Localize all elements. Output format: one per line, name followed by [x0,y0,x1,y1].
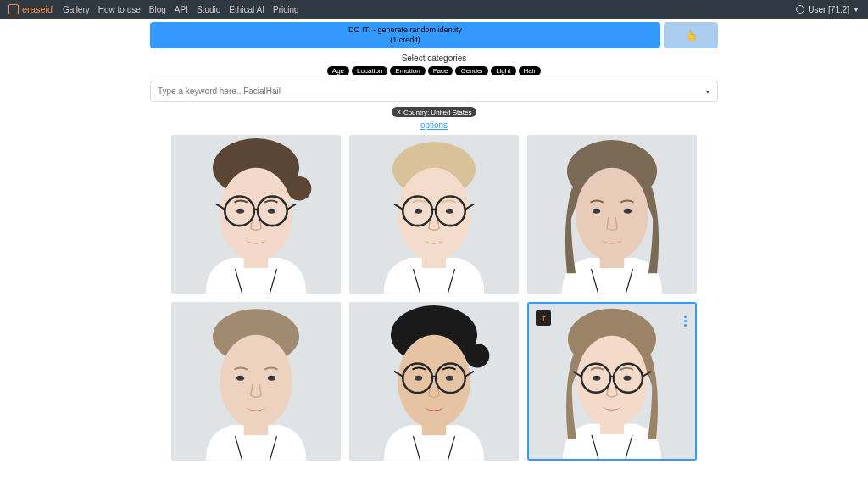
navbar-left: eraseid Gallery How to use Blog API Stud… [8,4,299,14]
categories-label: Select categories [146,53,722,63]
keyword-input[interactable] [150,81,718,102]
nav-api[interactable]: API [175,5,188,14]
svg-point-38 [465,344,490,368]
face-card-4[interactable] [349,302,519,461]
svg-point-39 [398,335,470,428]
main-container: DO IT! - generate random identity (1 cre… [146,19,722,469]
svg-point-4 [220,168,292,261]
pill-gender[interactable]: Gender [455,66,488,75]
more-options-icon[interactable] [684,316,687,327]
filter-tags: × Country: United States [146,107,722,117]
nav-gallery[interactable]: Gallery [63,5,90,14]
nav-studio[interactable]: Studio [197,5,220,14]
dropdown-caret-icon[interactable]: ▾ [706,87,709,95]
svg-point-17 [446,209,453,214]
face-card-3[interactable] [171,302,341,461]
do-it-row: DO IT! - generate random identity (1 cre… [146,22,722,48]
brand-name: eraseid [22,4,53,14]
svg-point-52 [624,376,632,381]
face-card-2[interactable] [527,135,697,294]
nav-pricing[interactable]: Pricing [273,5,299,14]
category-pills: Age Location Emotion Face Gender Light H… [146,66,722,75]
user-icon [796,5,804,14]
svg-point-51 [593,376,601,381]
filter-country-label: Country: United States [403,109,471,116]
close-icon: × [397,108,401,116]
nav-ethical-ai[interactable]: Ethical AI [229,5,264,14]
svg-point-27 [593,209,600,214]
svg-point-16 [415,209,422,214]
face-card-5[interactable]: ↥ [527,302,697,461]
top-navbar: eraseid Gallery How to use Blog API Stud… [0,0,868,19]
navbar-user[interactable]: User [71.2] ▼ [796,5,860,14]
nav-blog[interactable]: Blog [149,5,166,14]
svg-point-41 [446,376,453,381]
pill-emotion[interactable]: Emotion [390,66,425,75]
chevron-down-icon: ▼ [853,6,860,14]
user-label: User [71.2] [808,5,849,14]
search-container: ▾ [150,81,718,102]
nav-how-to-use[interactable]: How to use [98,5,141,14]
search-wrap: ▾ [146,81,722,102]
pill-location[interactable]: Location [352,66,387,75]
svg-point-50 [576,336,648,428]
thumbs-icon: 👆 [685,30,698,42]
svg-point-3 [287,176,312,201]
logo-icon [8,4,19,14]
face-grid: ↥ [146,135,722,460]
svg-point-33 [236,376,244,381]
thumbs-button[interactable]: 👆 [664,22,718,48]
svg-point-15 [398,168,470,261]
svg-point-40 [415,376,422,381]
face-card-0[interactable] [171,135,341,294]
options-link[interactable]: options [420,120,448,130]
svg-point-28 [624,209,632,214]
pill-age[interactable]: Age [327,66,349,75]
upload-icon[interactable]: ↥ [536,310,551,326]
face-card-1[interactable] [349,135,519,294]
svg-point-26 [576,168,648,261]
svg-point-6 [268,209,275,214]
svg-point-32 [220,335,292,428]
filter-country-tag[interactable]: × Country: United States [392,107,477,117]
options-link-wrap: options [146,120,722,130]
pill-hair[interactable]: Hair [519,66,542,75]
svg-point-5 [236,209,244,214]
pill-light[interactable]: Light [491,66,515,75]
pill-face[interactable]: Face [428,66,453,75]
do-it-line1: DO IT! - generate random identity [153,25,657,36]
brand-logo[interactable]: eraseid [8,4,53,14]
svg-point-34 [268,376,275,381]
do-it-line2: (1 credit) [153,36,657,46]
nav-links: Gallery How to use Blog API Studio Ethic… [63,5,299,14]
do-it-button[interactable]: DO IT! - generate random identity (1 cre… [150,22,660,48]
